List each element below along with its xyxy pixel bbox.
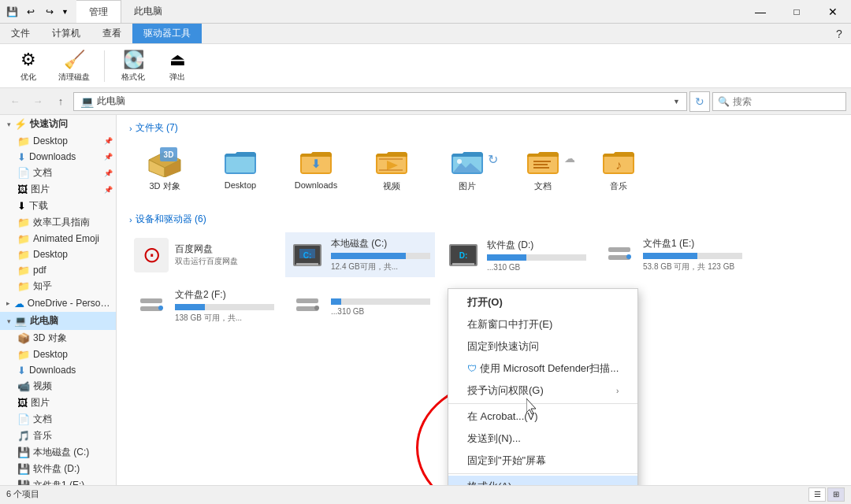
sidebar-item-label: Desktop bbox=[33, 135, 104, 146]
folder-downloads[interactable]: ⬇ Downloads bbox=[281, 141, 351, 197]
sidebar-item-pc-pictures[interactable]: 🖼 图片 bbox=[0, 395, 116, 411]
undo-icon[interactable]: ↩ bbox=[22, 3, 39, 20]
ctx-item-open-new[interactable]: 在新窗口中打开(E) bbox=[448, 313, 637, 335]
device-space: ...310 GB bbox=[487, 263, 586, 272]
sidebar-item-3d[interactable]: 📦 3D 对象 bbox=[0, 330, 116, 346]
ribbon-tab-computer[interactable]: 计算机 bbox=[41, 24, 91, 43]
view-toggle-list[interactable]: ☰ bbox=[808, 487, 826, 502]
ctx-item-pin-quick[interactable]: 固定到快速访问 bbox=[448, 335, 637, 358]
help-button[interactable]: ? bbox=[827, 24, 851, 44]
device-extra[interactable]: ...310 GB bbox=[285, 284, 435, 328]
sidebar-item-pc-music[interactable]: 🎵 音乐 bbox=[0, 428, 116, 444]
save-icon[interactable]: 💾 bbox=[3, 3, 20, 20]
device-f[interactable]: 文件盘2 (F:) 138 GB 可用，共... bbox=[129, 284, 279, 328]
sidebar-item-label: 效率工具指南 bbox=[33, 216, 113, 229]
sidebar-item-pc-downloads[interactable]: ⬇ Downloads bbox=[0, 362, 116, 378]
folder-pictures[interactable]: ↻ 图片 bbox=[432, 141, 503, 197]
ribbon-content: ⚙ 优化 🧹 清理磁盘 💽 格式化 ⏏ 弹出 bbox=[0, 44, 851, 88]
sidebar-item-label: 知乎 bbox=[33, 280, 113, 293]
search-icon: 🔍 bbox=[718, 96, 730, 107]
sidebar-item-documents[interactable]: 📄 文档 📌 bbox=[0, 165, 116, 181]
ctx-item-open[interactable]: 打开(O) bbox=[448, 291, 637, 313]
ribbon-tab-file[interactable]: 文件 bbox=[0, 24, 41, 43]
minimize-button[interactable]: — bbox=[742, 0, 779, 24]
maximize-button[interactable]: □ bbox=[779, 0, 815, 24]
svg-rect-33 bbox=[140, 298, 162, 303]
window-controls: — □ ✕ bbox=[742, 0, 851, 24]
ctx-item-acrobat[interactable]: 在 Acrobat...(V) bbox=[448, 406, 637, 428]
address-dropdown-icon[interactable]: ▼ bbox=[673, 98, 680, 106]
tab-manage[interactable]: 管理 bbox=[76, 0, 121, 23]
sidebar-item-pdf[interactable]: 📁 pdf bbox=[0, 262, 116, 278]
address-input[interactable]: 💻 此电脑 ▼ bbox=[73, 92, 687, 111]
sidebar-group-quick-access[interactable]: ▾ ⚡ 快速访问 bbox=[0, 115, 116, 133]
ribbon-btn-format[interactable]: 💽 格式化 bbox=[114, 46, 152, 86]
sidebar-item-zhihu[interactable]: 📁 知乎 bbox=[0, 278, 116, 295]
pin-icon: 📌 bbox=[104, 153, 113, 161]
sidebar-item-downloads[interactable]: ⬇ Downloads 📌 bbox=[0, 149, 116, 165]
sidebar-item-tools[interactable]: 📁 效率工具指南 bbox=[0, 214, 116, 231]
sidebar-section-quick-access: ▾ ⚡ 快速访问 📁 Desktop 📌 ⬇ Downloads 📌 📄 文档 … bbox=[0, 115, 116, 295]
svg-rect-25 bbox=[299, 249, 315, 258]
folder-3d[interactable]: 3D 3D 对象 bbox=[129, 141, 200, 197]
sidebar-item-pictures[interactable]: 🖼 图片 📌 bbox=[0, 181, 116, 198]
ribbon-tab-view[interactable]: 查看 bbox=[91, 24, 132, 43]
folder-music[interactable]: ♪ 音乐 bbox=[583, 141, 654, 197]
quick-access-label: 快速访问 bbox=[30, 117, 68, 131]
folder-video[interactable]: 视频 bbox=[356, 141, 427, 197]
sidebar-item-desktop2[interactable]: 📁 Desktop bbox=[0, 246, 116, 262]
ctx-item-defender[interactable]: 🛡 使用 Microsoft Defender扫描... bbox=[448, 358, 637, 380]
folder-name: 视频 bbox=[383, 180, 400, 192]
pin-icon: 📌 bbox=[104, 137, 113, 145]
svg-rect-17 bbox=[533, 164, 548, 165]
sidebar-item-pc-d[interactable]: 💾 软件盘 (D:) bbox=[0, 461, 116, 477]
sidebar-item-pc-c[interactable]: 💾 本地磁盘 (C:) bbox=[0, 444, 116, 461]
tab-this-pc[interactable]: 此电脑 bbox=[121, 0, 175, 23]
folder-documents[interactable]: ☁ 文档 bbox=[507, 141, 578, 197]
refresh-button[interactable]: ↻ bbox=[689, 91, 710, 112]
ribbon-tab-drive-tools[interactable]: 驱动器工具 bbox=[132, 24, 202, 43]
sidebar-item-pc-e[interactable]: 💾 文件盘1 (E:) bbox=[0, 477, 116, 485]
sidebar-item-pc-video[interactable]: 📹 视频 bbox=[0, 378, 116, 395]
folder-name: 图片 bbox=[459, 180, 476, 192]
device-space: ...310 GB bbox=[331, 307, 430, 316]
sidebar-item-desktop[interactable]: 📁 Desktop 📌 bbox=[0, 133, 116, 149]
svg-point-14 bbox=[457, 159, 462, 164]
ribbon-btn-eject[interactable]: ⏏ 弹出 bbox=[158, 46, 196, 86]
submenu-arrow: › bbox=[616, 387, 619, 395]
view-toggle-grid[interactable]: ⊞ bbox=[827, 487, 845, 502]
folders-section-header[interactable]: › 文件夹 (7) bbox=[129, 121, 838, 135]
pin-icon: 📌 bbox=[104, 186, 113, 194]
redo-icon[interactable]: ↪ bbox=[41, 3, 58, 20]
sidebar-group-onedrive[interactable]: ▸ ☁ OneDrive - Person... bbox=[0, 295, 116, 312]
device-d[interactable]: D: 软件盘 (D:) ...310 GB bbox=[441, 232, 591, 277]
ribbon-btn-cleanup[interactable]: 🧹 清理磁盘 bbox=[54, 46, 95, 86]
ribbon-btn-optimize[interactable]: ⚙ 优化 bbox=[9, 46, 47, 86]
sidebar-item-label: 本地磁盘 (C:) bbox=[33, 446, 113, 459]
nav-back-button[interactable]: ← bbox=[5, 91, 25, 112]
sidebar-item-label: Animated Emoji bbox=[33, 233, 113, 244]
sidebar-item-emoji[interactable]: 📁 Animated Emoji bbox=[0, 231, 116, 246]
ctx-item-send[interactable]: 发送到(N)... bbox=[448, 428, 637, 450]
device-baidu[interactable]: ⊙ 百度网盘 双击运行百度网盘 bbox=[129, 232, 279, 277]
nav-up-button[interactable]: ↑ bbox=[50, 91, 71, 112]
ctx-item-format[interactable]: 格式化(A)... bbox=[448, 476, 637, 485]
refresh-indicator: ↻ bbox=[488, 152, 498, 167]
device-e[interactable]: 文件盘1 (E:) 53.8 GB 可用，共 123 GB bbox=[597, 232, 747, 277]
sidebar-item-xiazai[interactable]: ⬇ 下载 bbox=[0, 198, 116, 214]
sidebar-item-pc-desktop[interactable]: 📁 Desktop bbox=[0, 346, 116, 362]
folder-desktop[interactable]: Desktop bbox=[205, 141, 276, 197]
device-c[interactable]: C: 本地磁盘 (C:) 12.4 GB可用，共... bbox=[285, 232, 435, 277]
close-button[interactable]: ✕ bbox=[815, 0, 851, 24]
devices-section-header[interactable]: › 设备和驱动器 (6) bbox=[129, 213, 838, 226]
ctx-item-pin-start[interactable]: 固定到"开始"屏幕 bbox=[448, 450, 637, 472]
search-box[interactable]: 🔍 bbox=[712, 92, 846, 111]
search-input[interactable] bbox=[733, 96, 851, 107]
ctx-item-access[interactable]: 授予访问权限(G) › bbox=[448, 380, 637, 402]
sidebar-item-label: 音乐 bbox=[33, 429, 113, 443]
sidebar-group-this-pc[interactable]: ▾ 💻 此电脑 bbox=[0, 312, 116, 330]
folder-name: 音乐 bbox=[610, 180, 627, 192]
qat-dropdown-icon[interactable]: ▼ bbox=[60, 6, 70, 17]
nav-forward-button[interactable]: → bbox=[28, 91, 48, 112]
sidebar-item-pc-docs[interactable]: 📄 文档 bbox=[0, 411, 116, 428]
